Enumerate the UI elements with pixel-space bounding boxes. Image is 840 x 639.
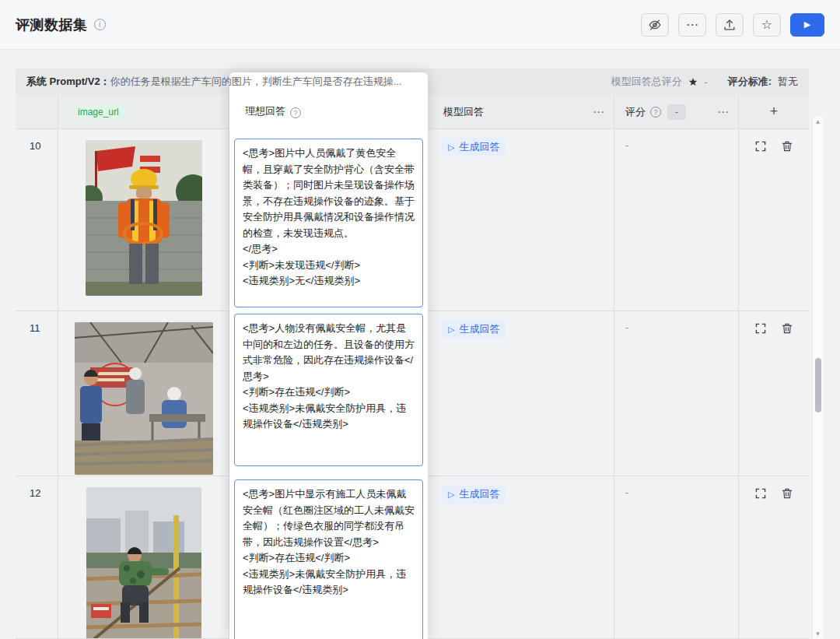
score-cell: - <box>614 129 739 311</box>
model-answer-column-menu[interactable]: ⋯ <box>593 105 604 119</box>
eye-off-icon <box>648 18 662 32</box>
delete-row-icon[interactable] <box>781 140 793 153</box>
header-model-answer-column: 模型回答 ⋯ <box>428 95 614 129</box>
image-url-column-tag: image_url <box>71 104 126 120</box>
ideal-answer-textarea[interactable]: <思考>图片中人员佩戴了黄色安全帽，且穿戴了安全防护背心（含安全带类装备）；同时… <box>234 139 423 307</box>
ideal-answer-textarea[interactable]: <思考>人物没有佩戴安全帽，尤其是中间的和左边的任务。且设备的使用方式非常危险，… <box>234 314 423 466</box>
favorite-button[interactable]: ☆ <box>753 13 781 37</box>
criteria-value: 暂无 <box>778 75 798 89</box>
dataset-photo-construction-site[interactable] <box>75 322 213 475</box>
upload-icon <box>723 18 737 32</box>
model-answer-column-label: 模型回答 <box>443 105 484 119</box>
dataset-photo-worker-vest[interactable] <box>86 140 202 296</box>
more-actions-button[interactable]: ⋯ <box>678 13 706 37</box>
generate-answer-button[interactable]: ▷ 生成回答 <box>442 320 506 339</box>
play-outline-icon: ▷ <box>448 325 454 335</box>
top-bar: 评测数据集 i ⋯ <box>0 0 840 50</box>
add-column-button[interactable]: + <box>739 95 809 129</box>
dataset-photo-scaffold-worker[interactable] <box>86 487 201 639</box>
model-answer-cell: ▷ 生成回答 <box>428 476 614 639</box>
model-answer-cell: ▷ 生成回答 <box>428 129 614 311</box>
generate-answer-button[interactable]: ▷ 生成回答 <box>442 138 506 156</box>
ideal-answer-help-icon[interactable]: ? <box>290 107 301 118</box>
header-score-column: 评分 ? - ⋯ <box>614 95 739 129</box>
page-title: 评测数据集 <box>16 16 88 34</box>
row-index: 10 <box>16 129 58 311</box>
total-score-label: 模型回答总评分 <box>611 75 682 89</box>
system-prompt-text: 你的任务是根据生产车间的图片，判断生产车间是否存在违规操... <box>110 75 402 89</box>
row-index: 11 <box>16 311 58 476</box>
row-index: 12 <box>16 476 58 639</box>
criteria-label: 评分标准: <box>728 75 772 89</box>
system-prompt-banner: 系统 Prompt/V2： 你的任务是根据生产车间的图片，判断生产车间是否存在违… <box>16 68 809 95</box>
scroll-down-arrow[interactable]: ▼ <box>813 629 823 639</box>
export-button[interactable] <box>716 13 744 37</box>
score-column-label: 评分 <box>625 105 646 119</box>
score-cell: - <box>614 476 739 639</box>
ideal-answer-column-label: 理想回答 <box>245 104 285 118</box>
row-actions-cell <box>739 129 809 311</box>
score-help-icon[interactable]: ? <box>650 107 661 118</box>
row-actions-cell <box>739 476 809 639</box>
row-image-cell <box>58 476 229 639</box>
row-actions-cell <box>739 311 809 476</box>
system-prompt-label: 系统 Prompt/V2： <box>26 75 110 89</box>
star-icon: ☆ <box>761 17 772 32</box>
generate-answer-button[interactable]: ▷ 生成回答 <box>442 485 506 504</box>
system-prompt[interactable]: 系统 Prompt/V2： 你的任务是根据生产车间的图片，判断生产车间是否存在违… <box>26 75 401 89</box>
expand-row-icon[interactable] <box>754 140 767 153</box>
model-answer-cell: ▷ 生成回答 <box>428 311 614 476</box>
header-index-column <box>16 95 58 129</box>
row-image-cell <box>58 129 229 311</box>
total-score-value: - <box>704 76 707 88</box>
play-outline-icon: ▷ <box>448 142 454 153</box>
ellipsis-icon: ⋯ <box>686 17 698 32</box>
toolbar-actions: ⋯ ☆ ▶ <box>641 13 824 37</box>
score-column-menu[interactable]: ⋯ <box>717 105 729 119</box>
scrollbar-thumb[interactable] <box>815 358 821 413</box>
title-info-icon[interactable]: i <box>94 19 106 30</box>
score-filter-chip[interactable]: - <box>667 104 686 120</box>
delete-row-icon[interactable] <box>781 322 793 335</box>
play-outline-icon: ▷ <box>448 490 454 500</box>
eval-dataset-page: 评测数据集 i ⋯ <box>0 0 840 639</box>
run-evaluation-button[interactable]: ▶ <box>790 13 824 37</box>
play-icon: ▶ <box>804 19 810 30</box>
vertical-scrollbar: ▲ ▼ <box>812 117 823 639</box>
total-score-star-icon[interactable]: ★ <box>688 75 698 88</box>
delete-row-icon[interactable] <box>781 487 793 500</box>
row-image-cell <box>58 311 229 476</box>
scroll-up-arrow[interactable]: ▲ <box>813 117 823 127</box>
expand-row-icon[interactable] <box>754 322 767 335</box>
expand-row-icon[interactable] <box>754 487 767 500</box>
ideal-answer-column-panel: 理想回答 ? <思考>图片中人员佩戴了黄色安全帽，且穿戴了安全防护背心（含安全带… <box>229 72 428 639</box>
header-image-url-column: image_url <box>58 95 229 129</box>
score-cell: - <box>614 311 739 476</box>
hide-columns-button[interactable] <box>641 13 669 37</box>
ideal-answer-textarea[interactable]: <思考>图片中显示有施工人员未佩戴安全帽（红色圈注区域的工人未佩戴安全帽）；传绿… <box>234 479 423 639</box>
banner-meta: 模型回答总评分 ★ - 评分标准: 暂无 <box>611 75 798 89</box>
